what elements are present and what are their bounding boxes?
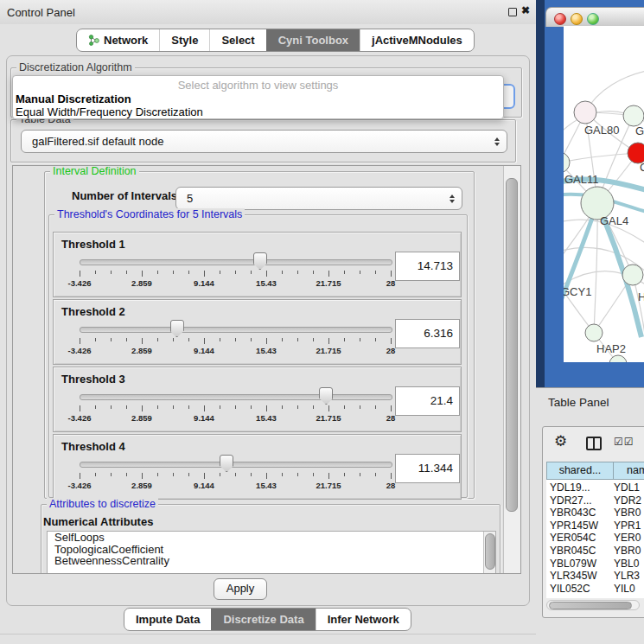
threshold-3-label: Threshold 3	[61, 373, 125, 386]
network-node-label: C	[640, 161, 644, 174]
tab-network-label: Network	[104, 30, 148, 50]
table-panel: ⚙ ☑☑ shared... name YDL19...YDL1YDR27...…	[542, 426, 644, 618]
attributes-group: Attributes to discretize Numerical Attri…	[41, 504, 501, 574]
attribute-item[interactable]: SelfLoops	[48, 532, 495, 544]
float-panel-icon[interactable]	[508, 8, 517, 16]
table-panel-divider	[536, 387, 644, 388]
threshold-1-value-field[interactable]: 14.713	[395, 252, 460, 281]
network-node-label: GA	[635, 124, 644, 137]
threshold-3-value-field[interactable]: 21.4	[395, 386, 460, 416]
threshold-1-ruler: -3.4262.8599.14415.4321.71528	[80, 269, 391, 290]
network-node[interactable]	[574, 101, 596, 124]
threshold-4-panel: Threshold 4 -3.4262.8599.14415.4321.7152…	[53, 434, 462, 500]
network-node-label: HA	[638, 290, 644, 303]
window-edge	[536, 0, 545, 387]
gear-icon[interactable]: ⚙	[554, 432, 567, 450]
interval-definition-title: Interval Definition	[50, 165, 139, 177]
threshold-4-label: Threshold 4	[61, 440, 125, 453]
combo-spinner-icon	[450, 194, 455, 203]
select-columns-icon[interactable]: ☑☑	[614, 436, 634, 448]
panel-title: Control Panel	[7, 6, 75, 19]
threshold-2-slider-thumb[interactable]	[170, 320, 184, 337]
threshold-2-ruler: -3.4262.8599.14415.4321.71528	[80, 336, 391, 357]
numerical-attributes-list[interactable]: SelfLoopsTopologicalCoefficientBetweenne…	[47, 531, 496, 574]
table-row[interactable]: YIL052CYIL0	[546, 583, 644, 596]
threshold-1-slider-track[interactable]	[80, 259, 392, 265]
table-row[interactable]: YDR27...YDR2	[546, 494, 644, 507]
table-data-value: galFiltered.sif default node	[32, 131, 163, 152]
cyni-bottom-tabbar: Impute Data Discretize Data Infer Networ…	[124, 608, 411, 631]
table-row[interactable]: YBR043CYBR0	[546, 507, 644, 520]
threshold-2-value-field[interactable]: 6.316	[395, 319, 460, 348]
apply-button[interactable]: Apply	[214, 578, 267, 600]
settings-viewport: Interval Definition Number of Intervals …	[12, 165, 521, 574]
table-rows: YDL19...YDL1YDR27...YDR2YBR043CYBR0YPR14…	[546, 481, 644, 595]
threshold-3-ruler: -3.4262.8599.14415.4321.71528	[80, 404, 391, 424]
tab-select[interactable]: Select	[209, 29, 265, 51]
column-header-name[interactable]: name	[613, 462, 644, 480]
network-node[interactable]	[623, 105, 644, 126]
attribute-item[interactable]: BetweennessCentrality	[48, 555, 495, 567]
tab-infer-network[interactable]: Infer Network	[316, 609, 411, 630]
column-header-shared[interactable]: shared...	[546, 462, 614, 480]
discretization-algorithm-title: Discretization Algorithm	[16, 61, 135, 73]
network-canvas[interactable]: GAL80GACGAL11GAL4GCY1HAHAP2	[564, 26, 644, 362]
table-data-combobox[interactable]: galFiltered.sif default node	[21, 130, 507, 153]
threshold-4-slider-track[interactable]	[80, 462, 392, 468]
table-row[interactable]: YDL19...YDL1	[546, 481, 644, 494]
control-panel-tabbar: Network Style Select Cyni Toolbox jActiv…	[76, 29, 475, 52]
network-window-titlebar[interactable]	[545, 7, 644, 27]
number-of-intervals-combobox[interactable]: 5	[175, 187, 462, 210]
attribute-item[interactable]: TopologicalCoefficient	[48, 544, 495, 556]
dropdown-item-manual-discretization[interactable]: Manual Discretization	[13, 92, 506, 106]
table-hscrollbar[interactable]	[546, 600, 640, 610]
network-node[interactable]	[622, 265, 643, 285]
zoom-traffic-light[interactable]	[587, 13, 599, 25]
threshold-2-slider-track[interactable]	[80, 327, 392, 333]
minimize-traffic-light[interactable]	[571, 13, 583, 25]
threshold-4-ruler: -3.4262.8599.14415.4321.71528	[80, 471, 391, 492]
tab-discretize-data[interactable]: Discretize Data	[211, 609, 315, 630]
number-of-intervals-value: 5	[187, 188, 193, 209]
threshold-1-label: Threshold 1	[61, 238, 125, 251]
bottom-divider	[0, 634, 536, 634]
number-of-intervals-label: Number of Intervals	[72, 189, 177, 202]
table-row[interactable]: YLR345WYLR3	[546, 570, 644, 583]
table-row[interactable]: YER054CYER0	[546, 532, 644, 545]
table-header-row: shared... name	[546, 462, 644, 480]
threshold-3-panel: Threshold 3 -3.4262.8599.14415.4321.7152…	[53, 367, 462, 432]
table-row[interactable]: YPR145WYPR1	[546, 520, 644, 532]
table-panel-title: Table Panel	[548, 396, 609, 409]
network-node-label: GAL80	[584, 124, 619, 137]
table-row[interactable]: YBR045CYBR0	[546, 545, 644, 558]
dropdown-item-equal-width[interactable]: Equal Width/Frequency Discretization	[13, 105, 506, 119]
threshold-4-slider-thumb[interactable]	[220, 455, 233, 472]
threshold-1-slider-thumb[interactable]	[253, 252, 267, 270]
tab-style[interactable]: Style	[159, 29, 209, 51]
tab-impute-data[interactable]: Impute Data	[124, 609, 211, 630]
threshold-coordinates-title: Threshold's Coordinates for 5 Intervals	[54, 208, 245, 220]
attributes-list-scrollbar[interactable]	[483, 532, 495, 574]
numerical-attributes-label: Numerical Attributes	[43, 515, 153, 528]
table-row[interactable]: YBL079WYBL0	[546, 558, 644, 571]
split-view-icon[interactable]	[586, 437, 602, 450]
network-node-label: GAL11	[564, 173, 599, 186]
settings-scrollbar[interactable]	[503, 166, 521, 573]
dropdown-placeholder-item[interactable]: Select algorithm to view settings	[13, 79, 503, 92]
app-root: Control Panel ✖ Network Style Select Cyn…	[0, 0, 644, 644]
close-panel-icon[interactable]: ✖	[521, 4, 530, 16]
attributes-title: Attributes to discretize	[47, 498, 158, 510]
threshold-1-panel: Threshold 1 -3.4262.8599.14415.4321.7152…	[53, 232, 462, 297]
network-icon	[88, 35, 99, 46]
network-node[interactable]	[564, 152, 570, 173]
network-node-label: GCY1	[564, 285, 591, 298]
network-node[interactable]	[585, 324, 603, 341]
control-panel-titlebar	[0, 0, 536, 24]
tab-cyni-toolbox[interactable]: Cyni Toolbox	[266, 29, 360, 51]
tab-jactivemnodules[interactable]: jActiveMNodules	[360, 29, 474, 51]
threshold-4-value-field[interactable]: 11.344	[395, 454, 460, 483]
close-traffic-light[interactable]	[554, 13, 566, 25]
tab-network[interactable]: Network	[77, 29, 159, 51]
threshold-3-slider-track[interactable]	[80, 394, 392, 400]
threshold-3-slider-thumb[interactable]	[319, 387, 333, 405]
